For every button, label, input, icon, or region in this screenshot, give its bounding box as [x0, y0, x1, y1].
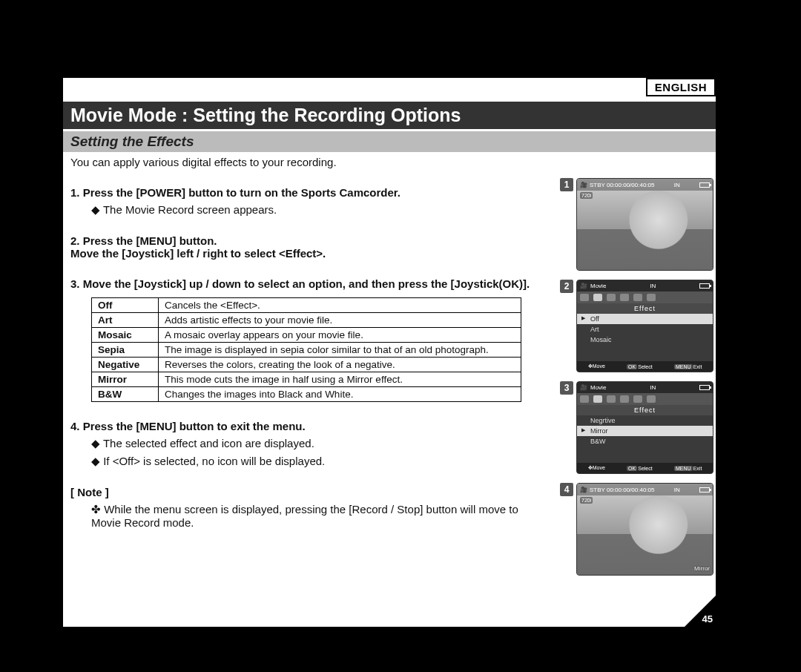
page-title: Movie Mode : Setting the Recording Optio…	[63, 102, 716, 129]
tab-icon	[633, 294, 642, 301]
camera-screen-record: 🎥 STBY 00:00:00/00:40:05 IN 720i	[576, 178, 713, 271]
step-3-title: 3. Move the [Joystick] up / down to sele…	[70, 277, 538, 290]
table-row: MirrorThis mode cuts the image in half u…	[92, 372, 521, 387]
tab-icon	[607, 294, 616, 301]
mem-label: IN	[650, 384, 656, 391]
menu-item-selected: Off	[577, 314, 713, 324]
page-number: 45	[702, 613, 713, 625]
camera-screen-menu: 🎥 Movie IN Effect Off Art Mo	[576, 280, 713, 372]
menu-item: B&W	[577, 436, 713, 447]
intro-text: You can apply various digital effects to…	[70, 156, 538, 168]
tab-icon	[620, 395, 629, 403]
ok-key-icon: OK	[627, 466, 637, 471]
mode-label: Movie	[590, 384, 606, 391]
tab-icon	[580, 395, 589, 403]
figure-number: 4	[560, 483, 573, 496]
tab-icon-active	[593, 395, 602, 403]
tab-icon	[647, 294, 656, 301]
resolution-badge: 720i	[580, 497, 593, 504]
menu-items: Negrtive Mirror B&W	[577, 415, 713, 447]
page-subtitle: Setting the Effects	[63, 131, 716, 152]
step-2-title-a: 2. Press the [MENU] button.	[70, 234, 538, 247]
step-4-sub2: If <Off> is selected, no icon will be di…	[91, 455, 325, 467]
mem-label: IN	[674, 182, 680, 188]
step-4-title: 4. Press the [MENU] button to exit the m…	[70, 420, 538, 432]
menu-item-selected: Mirror	[577, 426, 713, 436]
menu-key-icon: MENU	[674, 364, 693, 369]
battery-icon	[699, 385, 710, 390]
manual-page: ENGLISH Movie Mode : Setting the Recordi…	[63, 78, 716, 627]
menu-name: Effect	[577, 405, 713, 415]
figures-column: 1 🎥 STBY 00:00:00/00:40:05 IN 720i 2 🎥 M…	[560, 178, 716, 576]
figure-number: 3	[560, 381, 573, 395]
battery-icon	[699, 283, 710, 289]
effects-table: OffCancels the <Effect>. ArtAdds artisti…	[91, 297, 521, 402]
figure-1: 1 🎥 STBY 00:00:00/00:40:05 IN 720i	[560, 178, 716, 271]
note-label: [ Note ]	[70, 486, 538, 498]
ok-key-icon: OK	[627, 364, 637, 369]
figure-number: 2	[560, 280, 573, 293]
figure-4: 4 🎥 STBY 00:00:00/00:40:05 IN 720i Mirro…	[560, 483, 716, 576]
menu-item: Art	[577, 324, 713, 335]
menu-name: Effect	[577, 303, 713, 314]
tab-icon	[580, 294, 589, 301]
menu-item: Negrtive	[577, 415, 713, 426]
record-icon: 🎥	[580, 487, 587, 493]
menu-footer: ✥Move OKSelect MENUExit	[577, 361, 713, 372]
figure-3: 3 🎥 Movie IN Effect Ne	[560, 381, 716, 474]
menu-tabs	[577, 393, 713, 405]
main-content: You can apply various digital effects to…	[63, 156, 538, 529]
step-2-title-b: Move the [Joystick] left / right to sele…	[70, 247, 538, 260]
table-row: SepiaThe image is displayed in sepia col…	[92, 343, 521, 358]
battery-icon	[699, 487, 710, 493]
menu-tabs	[577, 291, 713, 303]
movie-icon: 🎥	[580, 384, 587, 391]
mem-label: IN	[650, 283, 656, 289]
figure-2: 2 🎥 Movie IN Effect Of	[560, 280, 716, 372]
mode-label: Movie	[590, 283, 606, 289]
menu-footer: ✥Move OKSelect MENUExit	[577, 463, 713, 473]
effect-overlay-label: Mirror	[694, 565, 710, 572]
camera-screen-mirror: 🎥 STBY 00:00:00/00:40:05 IN 720i Mirror	[576, 483, 713, 576]
language-box: ENGLISH	[646, 78, 716, 96]
table-row: B&WChanges the images into Black and Whi…	[92, 387, 521, 402]
tab-icon	[647, 395, 656, 403]
movie-icon: 🎥	[580, 283, 587, 289]
tab-icon	[633, 395, 642, 403]
menu-key-icon: MENU	[674, 466, 693, 471]
battery-icon	[699, 182, 710, 188]
mem-label: IN	[674, 487, 680, 493]
resolution-badge: 720i	[580, 192, 593, 199]
status-text: STBY 00:00:00/00:40:05	[590, 182, 654, 188]
figure-number: 1	[560, 178, 573, 191]
page-number-corner: 45	[685, 596, 716, 627]
table-row: NegativeReverses the colors, creating th…	[92, 358, 521, 372]
menu-item: Mosaic	[577, 335, 713, 345]
note-text: While the menu screen is displayed, pres…	[91, 503, 518, 529]
tab-icon	[620, 294, 629, 301]
table-row: MosaicA mosaic overlay appears on your m…	[92, 328, 521, 343]
camera-screen-menu: 🎥 Movie IN Effect Negrtive Mirror	[576, 381, 713, 474]
status-text: STBY 00:00:00/00:40:05	[590, 487, 654, 493]
step-4-sub1: The selected effect and icon are display…	[91, 437, 314, 449]
record-icon: 🎥	[580, 182, 587, 188]
tab-icon-active	[593, 294, 602, 301]
step-1-sub: The Movie Record screen appears.	[91, 203, 277, 216]
step-1-title: 1. Press the [POWER] button to turn on t…	[70, 186, 538, 199]
tab-icon	[607, 395, 616, 403]
table-row: ArtAdds artistic effects to your movie f…	[92, 313, 521, 328]
table-row: OffCancels the <Effect>.	[92, 298, 521, 313]
menu-items: Off Art Mosaic	[577, 314, 713, 345]
